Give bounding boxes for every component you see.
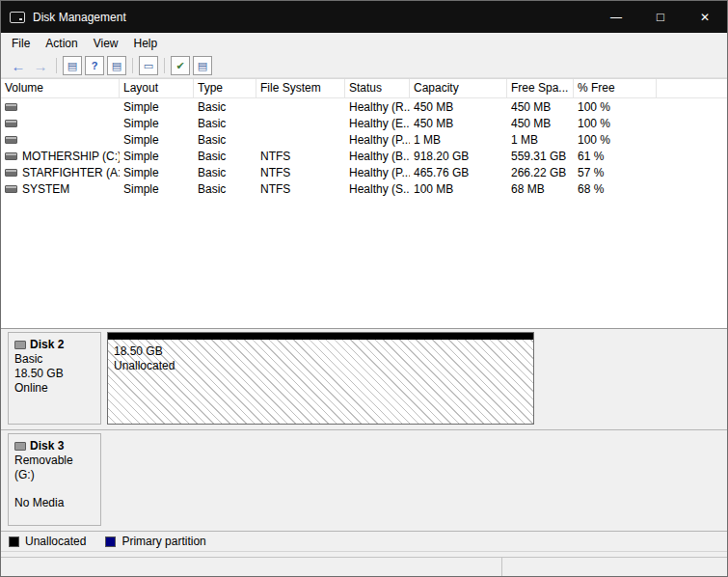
disk-name: Disk 3: [30, 439, 64, 453]
legend-label: Unallocated: [25, 535, 86, 548]
type-cell: Basic: [194, 166, 256, 179]
back-button[interactable]: ←: [9, 56, 28, 75]
capacity-cell: 450 MB: [410, 100, 507, 114]
status-cell: Healthy (B...: [345, 150, 410, 163]
disk-type: Basic: [14, 352, 94, 367]
volume-cell: STARFIGHTER (A:): [1, 166, 120, 179]
type-cell: Basic: [194, 133, 256, 147]
disk-management-window: Disk Management — □ ✕ File Action View H…: [0, 0, 728, 577]
table-row[interactable]: SYSTEM Simple Basic NTFS Healthy (S... 1…: [1, 180, 727, 197]
legend-item-unallocated: Unallocated: [9, 535, 86, 548]
toolbar-separator: [132, 58, 133, 73]
pct-free-cell: 100 %: [574, 117, 657, 130]
column-header-free-space[interactable]: Free Spa...: [507, 79, 574, 97]
column-header-layout[interactable]: Layout: [120, 79, 194, 97]
maximize-button[interactable]: □: [638, 1, 683, 33]
status-cell: Healthy (S...: [345, 182, 410, 196]
volume-icon: [5, 120, 17, 127]
capacity-cell: 465.76 GB: [410, 166, 507, 179]
free-space-cell: 1 MB: [507, 133, 574, 147]
layout-cell: Simple: [120, 117, 194, 130]
disk-2-row: Disk 2 Basic 18.50 GB Online 18.50 GB Un…: [1, 329, 727, 430]
capacity-cell: 450 MB: [410, 117, 507, 130]
spacer: [14, 482, 94, 496]
column-header-volume[interactable]: Volume: [1, 79, 120, 97]
disk-2-volumes: 18.50 GB Unallocated: [107, 332, 720, 425]
type-cell: Basic: [194, 150, 256, 163]
unallocated-swatch: [9, 536, 19, 547]
disk-status: No Media: [14, 496, 94, 510]
disk-name-line: Disk 3: [14, 439, 94, 453]
volume-label: Unallocated: [114, 359, 527, 373]
disk-3-panel[interactable]: Disk 3 Removable (G:) No Media: [8, 433, 101, 526]
capacity-cell: 918.20 GB: [410, 150, 507, 163]
window-title: Disk Management: [33, 11, 126, 24]
help-icon[interactable]: ?: [85, 56, 104, 75]
disk-3-row: Disk 3 Removable (G:) No Media: [1, 430, 727, 532]
disk-icon: [14, 341, 26, 349]
column-header-file-system[interactable]: File System: [256, 79, 345, 97]
layout-cell: Simple: [120, 133, 194, 147]
volume-text: 18.50 GB Unallocated: [108, 340, 533, 378]
disk-size: 18.50 GB: [14, 367, 94, 381]
file-system-cell: NTFS: [256, 182, 345, 196]
status-pane-left: [1, 558, 502, 576]
volume-size: 18.50 GB: [114, 344, 527, 359]
show-console-tree-icon[interactable]: ▤: [63, 56, 82, 75]
volume-icon: [5, 169, 17, 177]
menu-action[interactable]: Action: [38, 35, 85, 52]
toolbar-separator: [56, 58, 57, 73]
status-cell: Healthy (P...: [345, 166, 410, 179]
type-cell: Basic: [194, 117, 256, 130]
column-header-capacity[interactable]: Capacity: [410, 79, 507, 97]
volume-type-band: [108, 333, 533, 340]
commit-check-icon[interactable]: ✔: [171, 56, 190, 75]
minimize-button[interactable]: —: [594, 1, 638, 33]
volume-cell: [1, 117, 120, 130]
volume-name: MOTHERSHIP (C:): [22, 150, 120, 163]
layout-cell: Simple: [120, 166, 194, 179]
free-space-cell: 68 MB: [507, 182, 574, 196]
table-row[interactable]: Simple Basic Healthy (P... 1 MB 1 MB 100…: [1, 131, 727, 148]
menu-view[interactable]: View: [86, 35, 126, 52]
menu-bar: File Action View Help: [1, 33, 727, 54]
free-space-cell: 450 MB: [507, 100, 574, 114]
disk-2-panel[interactable]: Disk 2 Basic 18.50 GB Online: [8, 332, 101, 425]
volume-cell: [1, 133, 120, 147]
close-button[interactable]: ✕: [683, 1, 727, 33]
unallocated-volume[interactable]: 18.50 GB Unallocated: [107, 332, 534, 425]
column-header-filler: [657, 79, 727, 97]
menu-help[interactable]: Help: [126, 35, 166, 52]
file-system-cell: NTFS: [256, 150, 345, 163]
show-action-pane-icon[interactable]: ▤: [107, 56, 126, 75]
disk-type: Removable (G:): [14, 453, 94, 482]
status-cell: Healthy (R...: [345, 100, 410, 114]
pct-free-cell: 68 %: [574, 182, 657, 196]
column-header-status[interactable]: Status: [345, 79, 410, 97]
type-cell: Basic: [194, 182, 256, 196]
free-space-cell: 450 MB: [507, 117, 574, 130]
volume-icon: [5, 103, 17, 111]
status-cell: Healthy (E...: [345, 117, 410, 130]
table-row[interactable]: MOTHERSHIP (C:) Simple Basic NTFS Health…: [1, 148, 727, 164]
volume-list: Volume Layout Type File System Status Ca…: [1, 78, 727, 329]
column-header-type[interactable]: Type: [194, 79, 256, 97]
status-cell: Healthy (P...: [345, 133, 410, 147]
forward-button[interactable]: →: [31, 56, 50, 75]
graphical-view: Disk 2 Basic 18.50 GB Online 18.50 GB Un…: [1, 329, 727, 532]
legend-item-primary-partition: Primary partition: [105, 535, 205, 548]
column-header-pct-free[interactable]: % Free: [574, 79, 657, 97]
disk-status: Online: [14, 381, 94, 396]
status-pane-right: [502, 558, 727, 576]
table-row[interactable]: Simple Basic Healthy (R... 450 MB 450 MB…: [1, 98, 727, 115]
title-bar: Disk Management — □ ✕: [1, 1, 727, 33]
app-icon: [10, 12, 25, 23]
layout-cell: Simple: [120, 182, 194, 196]
table-row[interactable]: Simple Basic Healthy (E... 450 MB 450 MB…: [1, 115, 727, 131]
volume-name: SYSTEM: [22, 182, 69, 196]
pct-free-cell: 100 %: [574, 100, 657, 114]
menu-file[interactable]: File: [4, 35, 38, 52]
list-view-icon[interactable]: ▤: [193, 56, 212, 75]
table-row[interactable]: STARFIGHTER (A:) Simple Basic NTFS Healt…: [1, 164, 727, 180]
popup-window-icon[interactable]: ▭: [139, 56, 158, 75]
